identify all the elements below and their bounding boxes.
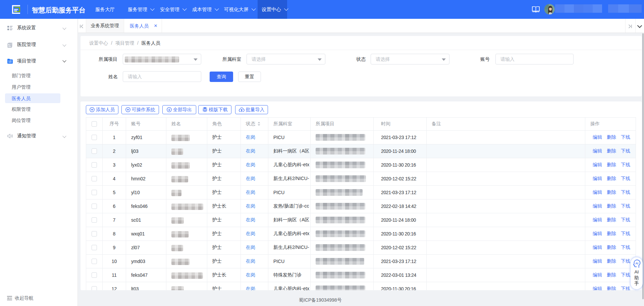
svg-text:AI: AI xyxy=(635,262,638,265)
